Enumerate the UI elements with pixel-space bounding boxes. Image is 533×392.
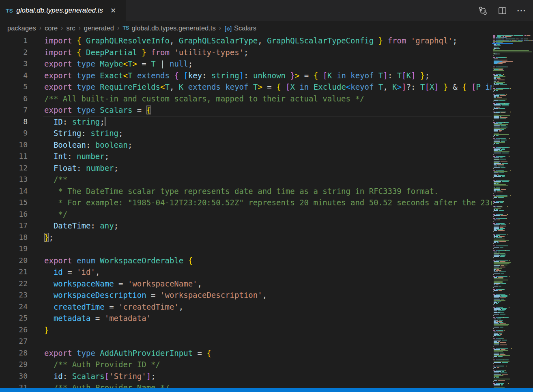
code-line[interactable]: 1import { GraphQLResolveInfo, GraphQLSca… — [0, 35, 492, 47]
code-line[interactable]: 17 DateTime: any; — [0, 220, 492, 232]
line-number: 22 — [0, 278, 28, 290]
line-number: 9 — [0, 127, 28, 139]
code-line[interactable]: 6/** All built-in and custom scalars, ma… — [0, 93, 492, 105]
minimap[interactable] — [492, 35, 533, 388]
code-text: /** All built-in and custom scalars, map… — [44, 93, 492, 105]
breadcrumb-symbol-scalars[interactable]: Scalars — [234, 24, 256, 32]
tab-global-db-types[interactable]: TS global.db.types.generated.ts ✕ — [0, 0, 126, 21]
line-number: 8 — [0, 116, 28, 128]
code-text: import { DeepPartial } from 'utility-typ… — [44, 47, 492, 58]
line-number: 23 — [0, 289, 28, 301]
code-line[interactable]: 5export type RequireFields<T, K extends … — [0, 81, 492, 93]
breadcrumb-src[interactable]: src — [66, 24, 75, 32]
code-line[interactable]: 25 metadata = 'metadata' — [0, 312, 492, 324]
code-lines: 1import { GraphQLResolveInfo, GraphQLSca… — [0, 35, 492, 392]
line-number: 6 — [0, 93, 28, 105]
line-number: 12 — [0, 162, 28, 174]
code-text: id: Scalars['String']; — [44, 370, 492, 382]
code-line[interactable]: 26} — [0, 324, 492, 336]
indent-guide — [44, 116, 44, 232]
line-number: 20 — [0, 255, 28, 267]
split-editor-icon[interactable] — [497, 6, 507, 15]
line-number: 3 — [0, 58, 28, 70]
breadcrumb-packages[interactable]: packages — [7, 24, 36, 32]
code-text: } — [44, 324, 492, 336]
code-line[interactable]: 27 — [0, 336, 492, 347]
code-text: Boolean: boolean; — [44, 139, 492, 151]
line-number: 27 — [0, 336, 28, 347]
line-number: 2 — [0, 47, 28, 58]
code-text: /** — [44, 174, 492, 185]
line-number: 19 — [0, 243, 28, 255]
editor-pane[interactable]: 1import { GraphQLResolveInfo, GraphQLSca… — [0, 35, 492, 392]
line-number: 1 — [0, 35, 28, 47]
code-line[interactable]: 7export type Scalars = { — [0, 104, 492, 116]
code-line[interactable]: 22 workspaceName = 'workspaceName', — [0, 278, 492, 290]
code-line[interactable]: 18}; — [0, 232, 492, 243]
code-text — [44, 243, 492, 255]
line-number: 7 — [0, 104, 28, 116]
breadcrumb-core[interactable]: core — [45, 24, 58, 32]
chevron-right-icon: › — [78, 24, 80, 32]
code-line[interactable]: 20export enum WorkspaceOrderable { — [0, 255, 492, 267]
breadcrumb-generated[interactable]: generated — [84, 24, 114, 32]
line-number: 18 — [0, 232, 28, 243]
code-line[interactable]: 30 id: Scalars['String']; — [0, 370, 492, 382]
line-number: 13 — [0, 174, 28, 185]
code-text: */ — [44, 209, 492, 220]
code-line[interactable]: 10 Boolean: boolean; — [0, 139, 492, 151]
line-number: 16 — [0, 209, 28, 220]
close-tab-icon[interactable]: ✕ — [110, 7, 116, 14]
code-line[interactable]: 16 */ — [0, 209, 492, 220]
open-changes-icon[interactable] — [478, 6, 488, 15]
code-line[interactable]: 21 id = 'id', — [0, 266, 492, 278]
status-bar[interactable] — [0, 388, 533, 392]
code-text: metadata = 'metadata' — [44, 312, 492, 324]
code-line[interactable]: 15 * For example: "1985-04-12T23:20:50.5… — [0, 197, 492, 209]
code-line[interactable]: 11 Int: number; — [0, 151, 492, 162]
chevron-right-icon: › — [219, 24, 221, 32]
code-text: import { GraphQLResolveInfo, GraphQLScal… — [44, 35, 492, 47]
code-text: export enum WorkspaceOrderable { — [44, 255, 492, 267]
breadcrumb-file[interactable]: global.db.types.generated.ts — [131, 24, 215, 32]
more-actions-icon[interactable]: ··· — [517, 6, 527, 15]
chevron-right-icon: › — [117, 24, 119, 32]
minimap-current-line — [492, 43, 513, 44]
chevron-right-icon: › — [39, 24, 41, 32]
indent-guide — [44, 266, 44, 324]
code-line[interactable]: 23 workspaceDescription = 'workspaceDesc… — [0, 289, 492, 301]
chevron-right-icon: › — [61, 24, 63, 32]
code-line[interactable]: 3export type Maybe<T> = T | null; — [0, 58, 492, 70]
code-text: export type RequireFields<T, K extends k… — [44, 81, 492, 93]
code-text: export type AddAuthProviderInput = { — [44, 347, 492, 359]
code-text: createdTime = 'createdTime', — [44, 301, 492, 313]
code-text: ID: string; — [44, 116, 492, 128]
typescript-file-icon: TS — [123, 25, 129, 31]
tab-bar: TS global.db.types.generated.ts ✕ ··· — [0, 0, 533, 21]
code-line[interactable]: 24 createdTime = 'createdTime', — [0, 301, 492, 313]
code-line[interactable]: 2import { DeepPartial } from 'utility-ty… — [0, 47, 492, 58]
symbol-type-icon — [224, 26, 232, 32]
code-text: Int: number; — [44, 151, 492, 162]
code-line[interactable]: 19 — [0, 243, 492, 255]
code-line[interactable]: 8 ID: string; — [0, 116, 492, 128]
code-line[interactable]: 12 Float: number; — [0, 162, 492, 174]
code-text: DateTime: any; — [44, 220, 492, 232]
breadcrumb: packages › core › src › generated › TS g… — [0, 21, 533, 35]
tab-title: global.db.types.generated.ts — [16, 6, 103, 15]
code-line[interactable]: 4export type Exact<T extends { [key: str… — [0, 70, 492, 82]
code-line[interactable]: 28export type AddAuthProviderInput = { — [0, 347, 492, 359]
code-line[interactable]: 9 String: string; — [0, 127, 492, 139]
line-number: 28 — [0, 347, 28, 359]
code-line[interactable]: 13 /** — [0, 174, 492, 185]
indent-guide — [44, 359, 44, 392]
code-text: Float: number; — [44, 162, 492, 174]
code-text: workspaceDescription = 'workspaceDescrip… — [44, 289, 492, 301]
code-text: * The DateTime scalar type represents da… — [44, 185, 492, 197]
code-line[interactable]: 14 * The DateTime scalar type represents… — [0, 185, 492, 197]
code-text: export type Maybe<T> = T | null; — [44, 58, 492, 70]
code-text: String: string; — [44, 127, 492, 139]
code-line[interactable]: 29 /** Auth Provider ID */ — [0, 359, 492, 370]
line-number: 17 — [0, 220, 28, 232]
line-number: 25 — [0, 312, 28, 324]
